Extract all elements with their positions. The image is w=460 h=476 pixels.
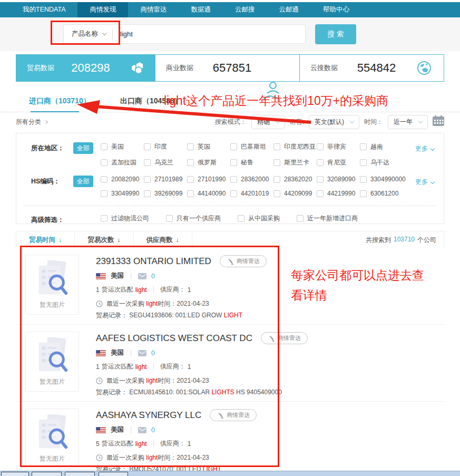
hs-option[interactable]: 27101989 — [144, 176, 187, 183]
region-option[interactable]: 印度 — [144, 142, 187, 151]
checkbox[interactable] — [101, 190, 107, 197]
region-option[interactable]: 乌克兰 — [144, 158, 187, 167]
search-mode-select[interactable]: 精确 — [251, 115, 285, 129]
checkbox[interactable] — [360, 176, 367, 183]
checkbox[interactable] — [317, 159, 324, 166]
region-option[interactable]: 肯尼亚 — [317, 158, 360, 167]
checkbox[interactable] — [144, 159, 151, 166]
checkbox[interactable] — [273, 176, 280, 183]
checkbox[interactable] — [230, 159, 237, 166]
checkbox[interactable] — [101, 176, 107, 183]
nav-item-data-link[interactable]: 数据通 — [179, 2, 223, 17]
checkbox[interactable] — [317, 143, 324, 150]
company-name[interactable]: 2391333 ONTARIO LIMITED — [96, 256, 211, 267]
company-name[interactable]: AASHAYA SYNERGY LLC — [96, 410, 201, 421]
mail-icon[interactable] — [138, 350, 146, 356]
sort-trade-count[interactable]: 贸易次数 ↓ — [75, 231, 133, 248]
mail-icon[interactable] — [138, 427, 146, 433]
nav-item-cloud-mail[interactable]: 云邮通 — [267, 2, 311, 17]
checkbox[interactable] — [230, 190, 237, 197]
hs-option[interactable]: 44209099 — [273, 190, 317, 197]
region-option[interactable]: 菲律宾 — [317, 142, 360, 151]
search-button[interactable]: 搜 索 — [315, 24, 356, 44]
calendar-icon[interactable] — [433, 115, 444, 128]
nav-item-business-discovery[interactable]: 商情发现 — [77, 2, 128, 17]
hs-option[interactable]: 39269099 — [144, 190, 187, 197]
bottom-tab[interactable] — [65, 472, 95, 476]
checkbox[interactable] — [101, 215, 107, 222]
hs-option[interactable]: 20082090 — [101, 176, 144, 183]
time-select[interactable]: 近一年 — [388, 115, 428, 129]
checkbox[interactable] — [273, 190, 280, 197]
sort-supplier-count[interactable]: 供应商数 ↓ — [134, 231, 192, 248]
tab-importers[interactable]: 进口商（103710） — [29, 96, 91, 106]
mail-icon[interactable] — [138, 273, 146, 279]
company-name[interactable]: AAFES LOGISTICS WEST COAST DC — [96, 333, 252, 344]
checkbox[interactable] — [317, 176, 324, 183]
radar-button[interactable]: 商情雷达 — [220, 255, 267, 267]
checkbox[interactable] — [187, 159, 194, 166]
hs-all-button[interactable]: 全部 — [73, 176, 93, 187]
checkbox[interactable] — [144, 190, 151, 197]
advanced-option[interactable]: 过滤物流公司 — [101, 214, 149, 223]
stat-trade-data[interactable]: 贸易数据 208298 — [16, 55, 155, 81]
hs-option[interactable]: 44201019 — [230, 190, 273, 197]
all-categories-link[interactable]: 所有分类 — [16, 118, 47, 127]
region-option[interactable]: 孟加拉国 — [101, 158, 144, 167]
nav-item-cloud-mail-search[interactable]: 云邮搜 — [223, 2, 267, 17]
checkbox[interactable] — [317, 190, 324, 197]
nav-item-my-tendata[interactable]: 我的TENDATA — [11, 2, 77, 17]
region-option[interactable]: 英国 — [187, 142, 230, 151]
checkbox[interactable] — [360, 159, 367, 166]
hs-option[interactable]: 28362000 — [230, 176, 273, 183]
hs-option[interactable]: 27101990 — [187, 176, 230, 183]
hs-option[interactable]: 44140090 — [187, 190, 230, 197]
hs-option[interactable]: 28362020 — [273, 176, 317, 183]
hs-option[interactable]: 63061200 — [360, 190, 403, 197]
checkbox[interactable] — [230, 143, 237, 150]
checkbox[interactable] — [144, 143, 151, 150]
bottom-tab[interactable] — [32, 472, 62, 476]
checkbox[interactable] — [360, 190, 367, 197]
region-more-link[interactable]: 更多 — [415, 144, 434, 153]
checkbox[interactable] — [273, 143, 280, 150]
checkbox[interactable] — [187, 190, 194, 197]
stat-business-data[interactable]: 商业数据 657851 — [155, 55, 299, 81]
hs-more-link[interactable]: 更多 — [415, 178, 434, 187]
bottom-tab[interactable] — [1, 472, 29, 476]
region-option[interactable]: 美国 — [101, 142, 144, 151]
checkbox[interactable] — [101, 143, 107, 150]
nav-item-business-radar[interactable]: 商情雷达 — [128, 2, 179, 17]
hs-option[interactable]: 32089090 — [317, 176, 360, 183]
advanced-option[interactable]: 从中国采购 — [238, 214, 280, 223]
region-option[interactable]: 巴基斯坦 — [230, 142, 273, 151]
checkbox[interactable] — [101, 159, 107, 166]
checkbox[interactable] — [297, 215, 304, 222]
region-all-button[interactable]: 全部 — [73, 142, 93, 154]
advanced-option[interactable]: 只有一个供应商 — [166, 214, 221, 223]
checkbox[interactable] — [238, 215, 244, 222]
checkbox[interactable] — [187, 176, 194, 183]
company-card[interactable]: 暂无图片 AASHAYA SYNERGY LLC 商情雷达 — [16, 402, 444, 476]
advanced-option[interactable]: 近一年新增进口商 — [297, 214, 358, 223]
checkbox[interactable] — [230, 176, 237, 183]
region-option[interactable]: 越南 — [360, 142, 403, 151]
language-select[interactable]: 英文(默认) — [309, 115, 359, 129]
stat-cloud-search-data[interactable]: 云搜数据 554842 — [299, 55, 444, 81]
company-card[interactable]: 暂无图片 2391333 ONTARIO LIMITED 商情雷达 — [16, 248, 444, 325]
sort-trade-time[interactable]: 贸易时间 ↓ — [16, 231, 75, 248]
company-card[interactable]: 暂无图片 AAFES LOGISTICS WEST COAST DC 商情雷达 — [16, 325, 444, 402]
region-option[interactable]: 印度尼西亚 — [273, 142, 317, 151]
tab-exporters[interactable]: 出口商（104588） — [120, 96, 182, 106]
checkbox[interactable] — [187, 143, 194, 150]
radar-button[interactable]: 商情雷达 — [210, 409, 257, 421]
region-option[interactable]: 斯里兰卡 — [273, 158, 317, 167]
checkbox[interactable] — [166, 215, 173, 222]
nav-item-help-center[interactable]: 帮助中心 — [311, 2, 361, 17]
region-option[interactable]: 乌干达 — [360, 158, 403, 167]
search-category-select[interactable]: 产品名称 — [64, 30, 112, 38]
checkbox[interactable] — [360, 143, 367, 150]
search-input[interactable] — [120, 30, 278, 38]
checkbox[interactable] — [144, 176, 151, 183]
hs-option[interactable]: 44219990 — [317, 190, 360, 197]
